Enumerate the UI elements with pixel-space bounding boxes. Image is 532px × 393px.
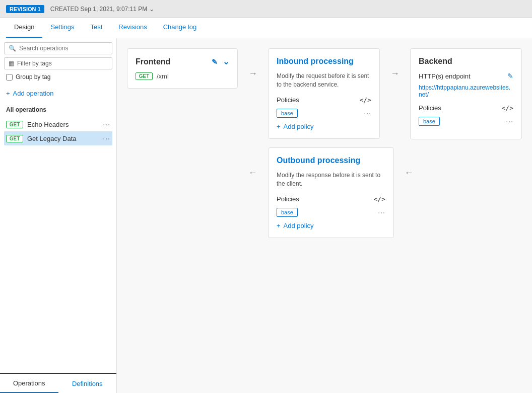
filter-icon: ▦ xyxy=(9,60,14,67)
add-policy-inbound[interactable]: + Add policy xyxy=(277,123,371,130)
inbound-policies-label: Policies xyxy=(277,96,299,104)
outbound-base-policy-row: base ··· xyxy=(277,208,385,217)
tab-test[interactable]: Test xyxy=(82,18,110,38)
created-label: CREATED Sep 1, 2021, 9:07:11 PM xyxy=(50,6,148,13)
inbound-policies-row: Policies </> xyxy=(277,96,371,104)
frontend-title-label: Frontend xyxy=(136,57,170,66)
sidebar-bottom-tabs: Operations Definitions xyxy=(0,373,116,393)
cards-bottom-row: → Outbound processing Modify the respons… xyxy=(127,147,522,238)
outbound-title-label: Outbound processing xyxy=(277,156,360,165)
backend-policies-label: Policies xyxy=(419,104,441,112)
add-policy-label-outbound: Add policy xyxy=(284,222,314,229)
arrow-left-1: → xyxy=(246,168,260,178)
content-area: Frontend ✎ ⌄ GET /xml → Inbound processi… xyxy=(117,38,532,393)
created-text: CREATED Sep 1, 2021, 9:07:11 PM ⌄ xyxy=(50,6,155,13)
outbound-policies-label: Policies xyxy=(277,195,299,203)
more-icon-echo[interactable]: ··· xyxy=(103,120,110,128)
chevron-down-icon-frontend[interactable]: ⌄ xyxy=(223,57,229,66)
add-operation-button[interactable]: + Add operation xyxy=(4,87,112,100)
outbound-desc: Modify the response before it is sent to… xyxy=(277,171,385,188)
sidebar: 🔍 ▦ Filter by tags Group by tag + Add op… xyxy=(0,38,117,393)
plus-icon-outbound: + xyxy=(277,222,281,229)
backend-base-policy-row: base ··· xyxy=(419,117,513,126)
inbound-title-label: Inbound processing xyxy=(277,57,354,66)
pencil-icon-frontend[interactable]: ✎ xyxy=(212,58,218,66)
tab-settings[interactable]: Settings xyxy=(42,18,82,38)
op-name-legacy: Get Legacy Data xyxy=(27,135,77,142)
frontend-card-title: Frontend ✎ ⌄ xyxy=(136,57,229,66)
more-icon-legacy[interactable]: ··· xyxy=(103,134,110,142)
all-operations-label: All operations xyxy=(4,104,112,117)
inbound-base-policy-row: base ··· xyxy=(277,109,371,118)
inbound-desc: Modify the request before it is sent to … xyxy=(277,72,371,89)
add-policy-outbound[interactable]: + Add policy xyxy=(277,222,385,229)
group-by-tag-container: Group by tag xyxy=(4,72,112,82)
top-bar: REVISION 1 CREATED Sep 1, 2021, 9:07:11 … xyxy=(0,0,532,18)
add-operation-label: Add operation xyxy=(13,90,54,97)
more-btn-backend[interactable]: ··· xyxy=(506,117,513,125)
tab-changelog[interactable]: Change log xyxy=(155,18,205,38)
plus-icon-inbound: + xyxy=(277,123,281,130)
frontend-path: GET /xml xyxy=(136,72,229,80)
group-by-tag-checkbox[interactable] xyxy=(6,74,13,81)
outbound-card-title: Outbound processing xyxy=(277,156,385,165)
inbound-card: Inbound processing Modify the request be… xyxy=(268,48,380,139)
tab-design[interactable]: Design xyxy=(6,18,42,38)
code-icon-inbound[interactable]: </> xyxy=(360,96,371,104)
filter-box[interactable]: ▦ Filter by tags xyxy=(4,57,112,69)
op-name: Echo Headers xyxy=(27,121,69,128)
nav-tabs: Design Settings Test Revisions Change lo… xyxy=(0,18,532,38)
add-policy-label-inbound: Add policy xyxy=(284,123,314,130)
get-badge-legacy: GET xyxy=(6,135,23,142)
arrow-right-1: → xyxy=(246,68,260,79)
backend-card-title: Backend xyxy=(419,57,513,66)
base-badge-inbound[interactable]: base xyxy=(277,109,298,118)
get-badge: GET xyxy=(6,121,23,128)
backend-policies-row: Policies </> xyxy=(419,104,513,112)
outbound-policies-row: Policies </> xyxy=(277,195,385,203)
backend-url[interactable]: https://httppapianu.azurewebsites.net/ xyxy=(419,84,513,98)
filter-label: Filter by tags xyxy=(17,60,52,67)
search-box[interactable]: 🔍 xyxy=(4,42,112,54)
sidebar-tab-definitions[interactable]: Definitions xyxy=(58,374,117,393)
arrow-left-2: → xyxy=(402,168,416,178)
pencil-icon-backend[interactable]: ✎ xyxy=(507,72,513,80)
revision-badge: REVISION 1 xyxy=(6,5,44,13)
op-left: GET Echo Headers xyxy=(6,121,69,128)
arrow-right-2: → xyxy=(388,68,402,79)
code-icon-backend[interactable]: </> xyxy=(502,104,513,112)
group-by-tag-label[interactable]: Group by tag xyxy=(16,73,50,81)
operation-item-get-legacy[interactable]: GET Get Legacy Data ··· xyxy=(4,131,112,145)
frontend-method: GET xyxy=(136,72,153,80)
cards-top-row: Frontend ✎ ⌄ GET /xml → Inbound processi… xyxy=(127,48,522,139)
operation-item-echo-headers[interactable]: GET Echo Headers ··· xyxy=(4,117,112,131)
inbound-card-title: Inbound processing xyxy=(277,57,371,66)
base-badge-outbound[interactable]: base xyxy=(277,208,298,217)
code-icon-outbound[interactable]: </> xyxy=(374,195,385,203)
search-input[interactable] xyxy=(19,45,108,52)
op-left-legacy: GET Get Legacy Data xyxy=(6,135,77,142)
more-btn-inbound[interactable]: ··· xyxy=(364,109,371,117)
backend-endpoint-row: HTTP(s) endpoint ✎ xyxy=(419,72,513,80)
base-badge-backend[interactable]: base xyxy=(419,117,440,126)
frontend-path-value: /xml xyxy=(157,72,169,80)
backend-title-label: Backend xyxy=(419,57,452,66)
chevron-down-icon[interactable]: ⌄ xyxy=(149,6,154,13)
outbound-card: Outbound processing Modify the response … xyxy=(268,147,394,238)
plus-icon: + xyxy=(6,90,10,97)
tab-revisions[interactable]: Revisions xyxy=(110,18,155,38)
main-layout: 🔍 ▦ Filter by tags Group by tag + Add op… xyxy=(0,38,532,393)
sidebar-content: 🔍 ▦ Filter by tags Group by tag + Add op… xyxy=(0,38,116,373)
search-icon: 🔍 xyxy=(9,45,16,52)
endpoint-label: HTTP(s) endpoint xyxy=(419,72,471,80)
sidebar-tab-operations[interactable]: Operations xyxy=(0,374,58,393)
backend-card: Backend HTTP(s) endpoint ✎ https://httpp… xyxy=(410,48,522,139)
frontend-title-icons: ✎ ⌄ xyxy=(212,57,229,66)
more-btn-outbound[interactable]: ··· xyxy=(378,208,385,216)
frontend-card: Frontend ✎ ⌄ GET /xml xyxy=(127,48,238,89)
